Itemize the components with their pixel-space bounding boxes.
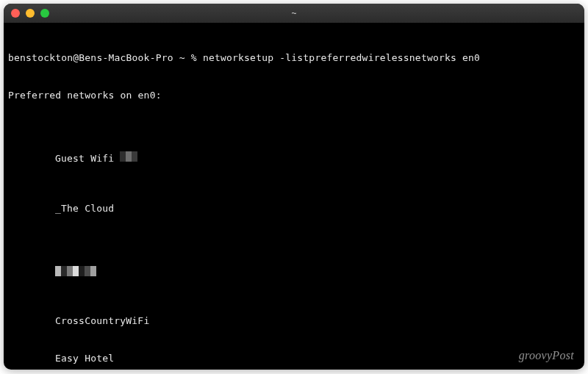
zoom-icon[interactable] <box>40 9 49 18</box>
prompt-line-1: benstockton@Bens-MacBook-Pro ~ % network… <box>8 51 580 64</box>
terminal-body[interactable]: benstockton@Bens-MacBook-Pro ~ % network… <box>4 24 584 370</box>
terminal-window: ~ benstockton@Bens-MacBook-Pro ~ % netwo… <box>4 4 584 370</box>
titlebar: ~ <box>4 4 584 24</box>
close-icon[interactable] <box>11 9 20 18</box>
network-name: Easy Hotel <box>55 353 114 364</box>
network-item: Guest Wifi <box>8 151 580 165</box>
window-title: ~ <box>4 8 584 18</box>
network-item: Easy Hotel <box>8 352 580 364</box>
output-header: Preferred networks on en0: <box>8 89 580 101</box>
network-name: CrossCountryWiFi <box>55 315 149 326</box>
network-item: CrossCountryWiFi <box>8 314 580 327</box>
network-name: _The Cloud <box>55 203 114 214</box>
minimize-icon[interactable] <box>26 9 35 18</box>
traffic-lights <box>4 9 49 18</box>
redacted-row <box>8 265 580 277</box>
network-name: Guest Wifi <box>55 153 114 164</box>
network-item: _The Cloud <box>8 202 580 215</box>
command-1: networksetup -listpreferredwirelessnetwo… <box>203 52 480 63</box>
redacted-block <box>120 151 137 162</box>
prompt-prefix: benstockton@Bens-MacBook-Pro ~ % <box>8 52 203 63</box>
